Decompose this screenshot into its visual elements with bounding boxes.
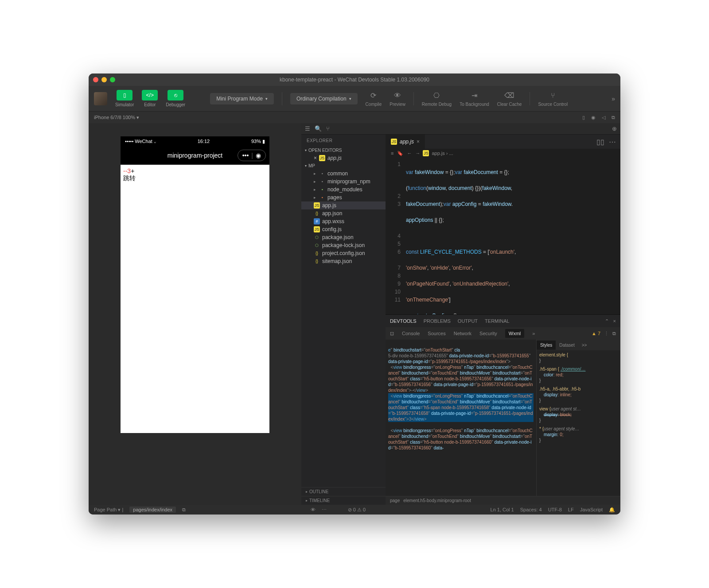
file-app-json[interactable]: {}app.json [301,209,386,217]
split-icon[interactable]: ▯▯ [596,138,604,146]
phone-body[interactable]: --3+ 跳转 [121,165,269,185]
tab-terminal[interactable]: TERMINAL [485,318,510,324]
rotate-icon[interactable]: ▯ [582,115,585,120]
styles-body[interactable]: element.style {} .h5-span { ./common/…co… [537,350,620,496]
more-icon[interactable]: ⋯ [322,507,327,513]
file-app-wxss[interactable]: #app.wxss [301,217,386,225]
styles-tab[interactable]: Styles [537,340,556,350]
compile-dropdown[interactable]: Ordinary Compilation [290,93,358,104]
counter-plus[interactable]: + [131,167,134,174]
simulator-button[interactable]: ▯ Simulator [115,90,134,107]
folder-common[interactable]: ▸▪common [301,170,386,178]
page-path-label[interactable]: Page Path ▾ | [94,507,123,513]
file-package-lock[interactable]: ⬡package-lock.json [301,241,386,249]
file-config-js[interactable]: JSconfig.js [301,225,386,233]
mute-icon[interactable]: ◁ [602,115,605,120]
eol-status[interactable]: LF [568,507,574,512]
close-button[interactable] [93,77,98,82]
breadcrumb-path[interactable]: app.js › ... [432,151,453,156]
nav-link[interactable]: 跳转 [123,174,267,182]
more-styles-tabs[interactable]: >> [578,340,591,350]
record-icon[interactable]: ◉ [591,115,596,120]
clear-cache-button[interactable]: ⌫ Clear Cache [497,91,522,107]
back-icon[interactable]: ← [407,151,412,156]
tab-problems[interactable]: PROBLEMS [424,318,451,324]
subtab-console[interactable]: Console [402,331,420,336]
remote-debug-button[interactable]: ⎔ Remote Debug [422,91,452,107]
dataset-tab[interactable]: Dataset [556,340,578,350]
folder-pages[interactable]: ▸▪pages [301,193,386,201]
background-button[interactable]: ⇥ To Background [460,91,489,107]
root-folder[interactable]: MP [301,162,386,170]
js-icon: JS [423,150,429,156]
fwd-icon[interactable]: → [415,151,420,156]
crumb-element[interactable]: element.h5-body.miniprogram-root [403,498,471,503]
file-package-json[interactable]: ⬡package.json [301,233,386,241]
toc-icon[interactable]: ≡ [391,151,393,156]
close-icon[interactable]: × [613,318,616,324]
debugger-button[interactable]: ⎋ Debugger [166,90,185,107]
subtab-network[interactable]: Network [454,331,471,336]
preview-button[interactable]: 👁 Preview [390,91,405,107]
tab-devtools[interactable]: DEVTOOLS [390,318,417,324]
close-icon[interactable]: × [417,139,420,145]
language-status[interactable]: JavaScript [580,507,603,512]
warnings-badge[interactable]: ▲ 7 [592,331,600,336]
target-icon: ◉ [256,152,261,159]
crumb-page[interactable]: page [390,498,400,503]
screenshot-icon[interactable]: ⧉ [612,115,615,120]
minimize-button[interactable] [101,77,107,82]
menu-icon[interactable]: ⋮ [604,331,609,337]
editor-button[interactable]: </> Editor [142,90,158,107]
page-path[interactable]: pages/index/index [129,507,176,513]
encoding-status[interactable]: UTF-8 [548,507,562,512]
outline-section[interactable]: OUTLINE [301,487,386,496]
phone-capsule[interactable]: ••• | ◉ [238,150,266,161]
close-icon[interactable]: × [314,155,317,161]
phone-simulator[interactable]: ••••• WeChat ⌵ 16:12 93% ▮ miniprogram-p… [121,136,269,433]
open-editor-file[interactable]: × JS app.js [301,154,386,162]
bookmark-icon[interactable]: 🔖 [397,151,403,156]
device-bar: iPhone 6/7/8 100% ▾ ▯ ◉ ◁ ⧉ [89,112,620,123]
more-icon[interactable]: ⋯ [609,138,616,146]
main-area: ••••• WeChat ⌵ 16:12 93% ▮ miniprogram-p… [89,123,620,505]
inspect-icon[interactable]: ⊡ [390,331,394,337]
cursor-position[interactable]: Ln 1, Col 1 [491,507,514,512]
devtools-panel: DEVTOOLS PROBLEMS OUTPUT TERMINAL ⌃ × ⊡ … [386,314,620,505]
list-icon[interactable]: ☰ [305,125,310,132]
chevron-up-icon[interactable]: ⌃ [605,318,609,324]
bell-icon[interactable]: 🔔 [609,507,615,513]
maximize-button[interactable] [110,77,115,82]
subtab-security[interactable]: Security [479,331,497,336]
more-subtabs[interactable]: » [532,331,535,336]
problems-status[interactable]: ⊘ 0 ⚠ 0 [348,507,366,513]
open-editors-section[interactable]: OPEN EDITORS [301,147,386,154]
code-editor[interactable]: 1234567891011 var fakeWindow = {};var fa… [386,158,620,314]
phone-time: 16:12 [198,139,210,144]
device-selector[interactable]: iPhone 6/7/8 100% ▾ [94,115,139,120]
timeline-section[interactable]: TIMELINE [301,496,386,505]
folder-node-modules[interactable]: ▸▪node_modules [301,186,386,193]
git-icon[interactable]: ⑂ [326,125,330,132]
mode-dropdown[interactable]: Mini Program Mode [210,93,274,104]
file-app-js[interactable]: JSapp.js [301,201,386,209]
eye-icon[interactable]: 👁 [311,507,316,512]
indent-status[interactable]: Spaces: 4 [520,507,542,512]
source-control-button[interactable]: ⑂ Source Control [538,91,568,107]
tab-output[interactable]: OUTPUT [458,318,478,324]
compile-button[interactable]: ⟳ Compile [366,91,382,107]
file-project-config[interactable]: {}project.config.json [301,249,386,257]
app-window: kbone-template-preact - WeChat Devtools … [89,74,620,514]
file-sitemap[interactable]: {}sitemap.json [301,257,386,265]
search-icon[interactable]: 🔍 [315,125,322,132]
more-icon[interactable]: » [612,95,615,102]
wxml-tree[interactable]: e" bindtouchstart="onTouchStart" cla 5-d… [386,340,536,496]
folder-miniprogram-npm[interactable]: ▸▪miniprogram_npm [301,178,386,186]
dock-icon[interactable]: ⧉ [612,331,616,337]
user-avatar[interactable] [94,92,107,105]
subtab-wxml[interactable]: Wxml [505,329,525,338]
copy-icon[interactable]: ⧉ [182,507,186,513]
new-file-icon[interactable]: ⊕ [612,125,617,132]
subtab-sources[interactable]: Sources [428,331,445,336]
editor-tab[interactable]: JS app.js × [386,135,425,149]
